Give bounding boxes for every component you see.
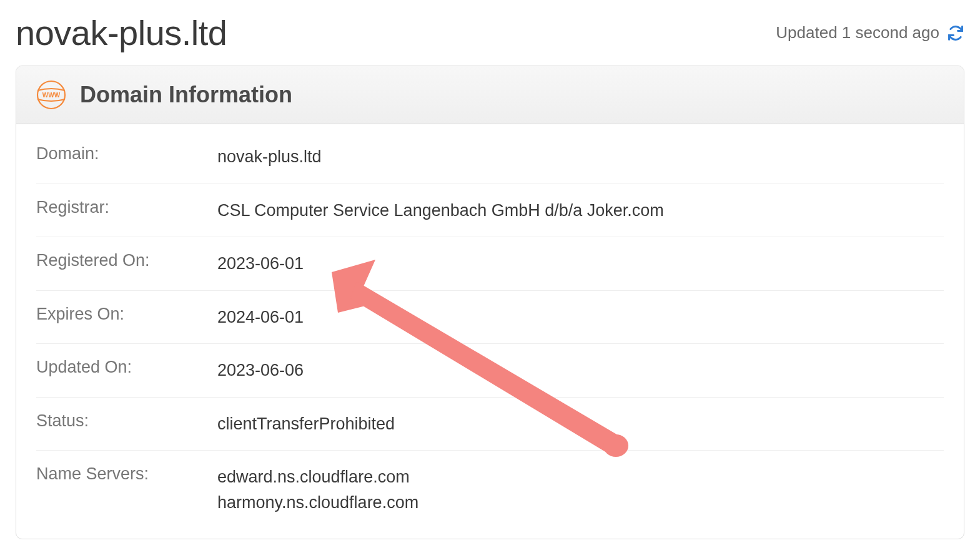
panel-title: Domain Information — [80, 82, 292, 108]
value-registrar: CSL Computer Service Langenbach GmbH d/b… — [217, 198, 664, 223]
row-expires-on: Expires On: 2024-06-01 — [36, 291, 944, 345]
label-expires-on: Expires On: — [36, 305, 217, 330]
row-registered-on: Registered On: 2023-06-01 — [36, 237, 944, 291]
value-status: clientTransferProhibited — [217, 411, 395, 437]
svg-text:WWW: WWW — [42, 92, 61, 99]
domain-info-panel: WWW Domain Information Domain: novak-plu… — [16, 66, 964, 539]
label-registrar: Registrar: — [36, 198, 217, 223]
panel-header: WWW Domain Information — [16, 66, 964, 124]
value-updated-on: 2023-06-06 — [217, 358, 304, 383]
value-registered-on: 2023-06-01 — [217, 251, 304, 277]
updated-status: Updated 1 second ago — [776, 23, 964, 42]
page-header: novak-plus.ltd Updated 1 second ago — [16, 12, 964, 53]
label-name-servers: Name Servers: — [36, 464, 217, 515]
value-domain: novak-plus.ltd — [217, 144, 322, 170]
refresh-icon[interactable] — [947, 24, 964, 42]
updated-text: Updated 1 second ago — [776, 23, 939, 42]
row-status: Status: clientTransferProhibited — [36, 398, 944, 451]
value-expires-on: 2024-06-01 — [217, 305, 304, 330]
name-server-1: edward.ns.cloudflare.com — [217, 464, 418, 490]
row-updated-on: Updated On: 2023-06-06 — [36, 344, 944, 398]
row-registrar: Registrar: CSL Computer Service Langenba… — [36, 184, 944, 238]
row-name-servers: Name Servers: edward.ns.cloudflare.com h… — [36, 451, 944, 529]
www-icon: WWW — [36, 80, 66, 110]
domain-info-table: Domain: novak-plus.ltd Registrar: CSL Co… — [16, 124, 964, 539]
domain-title: novak-plus.ltd — [16, 12, 227, 53]
name-server-2: harmony.ns.cloudflare.com — [217, 490, 418, 516]
label-updated-on: Updated On: — [36, 358, 217, 383]
value-name-servers: edward.ns.cloudflare.com harmony.ns.clou… — [217, 464, 418, 515]
label-domain: Domain: — [36, 144, 217, 170]
row-domain: Domain: novak-plus.ltd — [36, 130, 944, 184]
label-status: Status: — [36, 411, 217, 437]
label-registered-on: Registered On: — [36, 251, 217, 277]
